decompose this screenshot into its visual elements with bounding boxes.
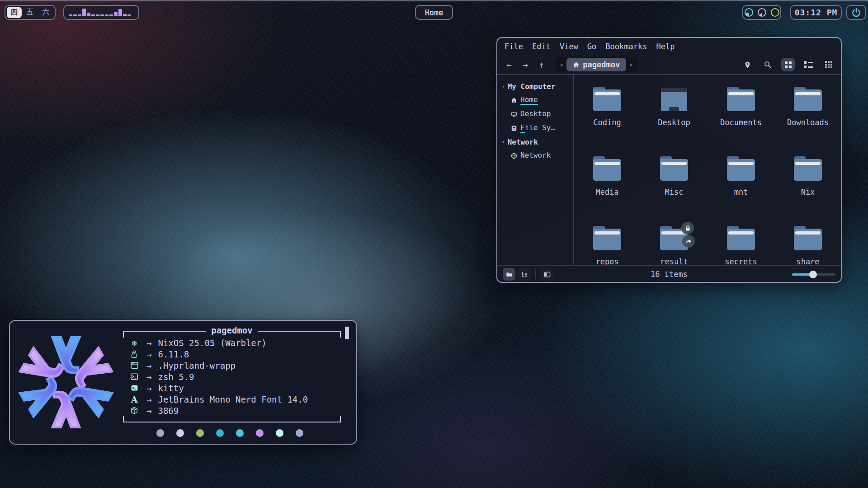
sidebar-item-filesystem[interactable]: File Sy… [502,121,573,135]
folder-item-downloads[interactable]: Downloads [774,85,841,155]
sidebar-item-home[interactable]: Home [502,93,573,107]
fetch-packages-value: 3869 [158,406,179,416]
folder-icon [726,156,756,182]
folder-item-media[interactable]: Media [574,155,641,224]
thumbnail-view-button[interactable] [822,58,835,71]
visualizer-bar [87,13,90,16]
up-button[interactable]: ↑ [535,58,548,71]
fetch-os-value: NixOS 25.05 (Warbler) [158,338,266,348]
folder-label: Downloads [787,118,829,127]
palette-dot [196,429,204,437]
menu-go[interactable]: Go [587,42,596,51]
fetch-row-shell: → zsh 5.9 [123,371,341,382]
arrow-icon: → [146,349,151,359]
packages-icon [128,407,140,414]
folder-item-documents[interactable]: Documents [708,85,774,155]
sidebar-item-label: Home [520,95,538,105]
folder-item-nix[interactable]: Nix [774,155,841,224]
palette-dot [216,429,224,437]
fetch-box-bottom [123,416,341,423]
path-scroll-right-icon[interactable]: ▸ [628,61,635,68]
location-pin-icon[interactable] [741,58,754,71]
visualizer-bar [78,14,81,16]
folder-item-misc[interactable]: Misc [641,155,708,224]
fetch-font-value: JetBrains Mono Nerd Font 14.0 [158,394,308,404]
fetch-terminal-value: kitty [158,383,184,393]
workspace-button-1[interactable]: 四 [7,7,22,18]
folder-item-mnt[interactable]: mnt [708,155,774,224]
search-icon[interactable] [761,58,774,71]
menu-bar: File Edit View Go Bookmarks Help [497,38,841,55]
menu-help[interactable]: Help [656,42,675,51]
folder-label: Nix [801,188,815,197]
audio-visualizer[interactable] [63,5,139,20]
folder-item-share[interactable]: share [774,224,841,265]
palette-dot [156,429,164,437]
shell-icon [128,373,140,380]
home-icon [573,61,580,68]
folder-icon [659,226,689,251]
folder-item-result[interactable]: result [641,224,708,265]
lock-emblem-icon [681,222,694,235]
fetch-info: pagedmov ❆ → NixOS 25.05 (Warbler) → 6.1… [122,321,356,444]
top-bar-edge [0,0,868,1]
sidebar-item-network[interactable]: Network [502,149,573,163]
sidebar-section-my-computer[interactable]: ▾ My Computer [502,80,573,93]
zoom-slider-knob[interactable] [809,271,817,278]
menu-view[interactable]: View [560,42,578,51]
folder-item-secrets[interactable]: secrets [708,224,774,265]
terminal-color-palette [123,429,341,437]
folder-item-repos[interactable]: repos [574,224,641,265]
sidebar: ▾ My Computer Home Desktop File Sy… ▾ Ne… [497,75,573,265]
folder-item-desktop[interactable]: Desktop [641,85,708,155]
folder-icon [793,87,823,112]
folder-icon [726,87,756,112]
system-gauges[interactable] [742,5,781,20]
path-scroll-left-icon[interactable]: ◂ [558,61,565,68]
power-button[interactable] [846,5,866,20]
icon-view-button[interactable] [781,58,795,71]
folder-icon [659,156,689,182]
path-segment-home[interactable]: pagedmov [566,58,626,71]
workspace-button-2[interactable]: 五 [23,7,38,18]
arrow-icon: → [146,394,151,404]
desktop-wallpaper: { "topbar": { "workspaces": [ {"label": … [0,0,868,488]
palette-dot [276,429,283,437]
back-button[interactable]: ← [503,58,515,71]
arrow-icon: → [146,372,151,382]
sidebar-item-label: Network [520,151,551,160]
folder-icon [592,156,622,182]
menu-bookmarks[interactable]: Bookmarks [605,42,647,51]
path-bar: ◂ pagedmov ▸ [555,57,637,72]
sidebar-section-label: Network [508,138,538,146]
workspace-button-3[interactable]: 六 [38,7,53,18]
folder-item-coding[interactable]: Coding [574,85,641,155]
workspace-switcher: 四 五 六 [5,5,56,20]
file-manager-window: File Edit View Go Bookmarks Help ← → ↑ ◂… [496,37,842,283]
folder-label: Desktop [658,118,690,127]
sidebar-item-desktop[interactable]: Desktop [502,107,573,121]
menu-edit[interactable]: Edit [532,42,551,51]
forward-button[interactable]: → [519,58,532,71]
sidebar-section-network[interactable]: ▾ Network [502,135,573,149]
visualizer-bar [69,14,72,16]
clock[interactable]: 03:12 PM [790,5,842,20]
menu-file[interactable]: File [505,42,523,51]
items-count: 16 items [497,270,841,279]
folder-label: mnt [734,188,748,197]
palette-dot [176,429,184,437]
compact-view-button[interactable] [802,58,815,71]
disk-gauge-icon [771,8,779,17]
home-icon [511,97,517,103]
active-window-title: Home [415,5,453,20]
zoom-slider[interactable] [792,273,835,276]
toolbar: ← → ↑ ◂ pagedmov ▸ [497,55,841,74]
fetch-row-wm: → .Hyprland-wrapp [123,360,341,371]
palette-dot [296,429,303,437]
visualizer-bar [105,14,108,16]
fetch-row-kernel: → 6.11.8 [123,348,341,360]
arrow-icon: → [146,383,151,393]
folder-label: repos [595,257,618,265]
top-bar: 四 五 六 Home 03:12 PM [0,0,868,23]
desktop-folder-icon [659,87,689,112]
